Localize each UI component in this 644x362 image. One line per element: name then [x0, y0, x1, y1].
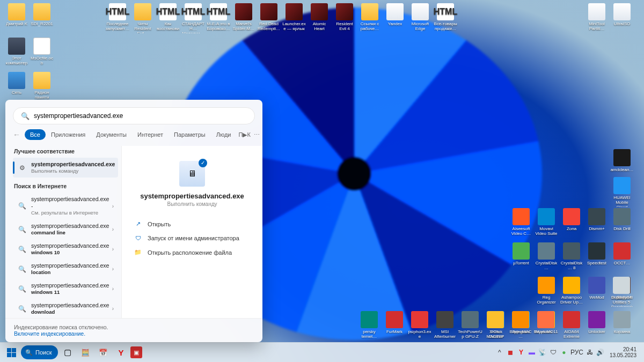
- desktop-icon[interactable]: UltraISO: [610, 3, 634, 26]
- pinned-app[interactable]: ▣: [130, 346, 142, 358]
- search-tab[interactable]: Приложения: [46, 129, 91, 140]
- desktop-icon[interactable]: TechPowerUp GPU-Z: [458, 311, 482, 339]
- web-result[interactable]: 🔍systempropertiesadvanced.exewindows 10›: [13, 239, 118, 259]
- desktop-icon[interactable]: psiphon3.exe: [407, 311, 432, 339]
- enable-indexing-link[interactable]: Включите индексирование.: [14, 330, 85, 337]
- network-icon[interactable]: 🖧: [585, 344, 595, 360]
- desktop-icon[interactable]: Disk Drill: [610, 208, 634, 231]
- tray-icon[interactable]: 📡: [538, 344, 547, 360]
- desktop-icon[interactable]: Ashampoo Driver Up…: [559, 277, 584, 305]
- search-box[interactable]: 🔍: [13, 107, 255, 124]
- language-indicator[interactable]: РУС: [570, 344, 584, 360]
- desktop-icon[interactable]: Microsoft Edge: [408, 3, 433, 31]
- start-button[interactable]: [3, 344, 19, 360]
- icon-label: Ссылки с рабоче…: [357, 21, 382, 31]
- chevron-right-icon: ›: [112, 306, 114, 312]
- desktop-icon[interactable]: Speedtest: [584, 242, 609, 265]
- desktop-icon[interactable]: Launcher.exe — ярлык: [282, 3, 306, 31]
- preview-action[interactable]: ↗Открыть: [131, 217, 253, 231]
- desktop-icon[interactable]: AIDA64 Extreme: [559, 311, 584, 339]
- desktop-icon[interactable]: HTMLM-E-A это в Боровско…: [206, 3, 231, 31]
- desktop-icon[interactable]: Этот компьютер: [4, 38, 29, 65]
- web-result[interactable]: 🔍systempropertiesadvanced.exelocation›: [13, 259, 118, 279]
- icon-label: psiphon3.exe: [407, 329, 432, 339]
- desktop-icon[interactable]: Dismm+: [584, 208, 609, 231]
- desktop-icon[interactable]: Unlocker: [584, 311, 609, 334]
- desktop-icon[interactable]: CrystalDisk…: [534, 242, 559, 270]
- desktop-icon[interactable]: HTMLВсе-товары продажи…: [433, 3, 458, 31]
- desktop-icon[interactable]: SDI_R2201: [30, 3, 54, 26]
- game-icon: [260, 3, 277, 20]
- desktop-icon[interactable]: µTorrent: [509, 242, 533, 265]
- web-result[interactable]: 🔍systempropertiesadvanced.exedownload›: [13, 299, 118, 318]
- desktop-icon[interactable]: MSI Afterburner: [433, 311, 457, 339]
- desktop-icon[interactable]: DiskInfo64: [609, 277, 634, 300]
- desktop-icon[interactable]: Дмитрий K: [4, 3, 29, 26]
- desktop-icon[interactable]: Marvel's Spider-M…: [231, 3, 256, 31]
- icon-label: MsOcfile.ocb: [30, 56, 54, 65]
- desktop-icon[interactable]: FurMark: [382, 311, 407, 334]
- volume-icon[interactable]: 🔊: [596, 344, 605, 360]
- app-icon: [613, 277, 630, 294]
- tray-icon[interactable]: ◼: [506, 344, 515, 360]
- desktop-icon[interactable]: Aiseesoft Video C…: [509, 208, 533, 236]
- icon-label: CrystalDisk…: [534, 261, 559, 270]
- search-tab[interactable]: Люди: [211, 129, 237, 140]
- more-icon[interactable]: ⋯: [254, 131, 260, 138]
- desktop-icon[interactable]: MiniTool Partiti…: [584, 3, 609, 31]
- desktop-icon[interactable]: persky ternet…: [357, 311, 382, 339]
- icon-label: Радион памяти: [30, 90, 54, 100]
- search-icon: 🔍: [17, 225, 27, 234]
- tray-icon[interactable]: 🛡: [548, 344, 558, 360]
- icon-label: amdclean…: [610, 167, 634, 172]
- search-tab[interactable]: Документы: [91, 129, 132, 140]
- search-tab[interactable]: Параметры: [169, 129, 211, 140]
- taskbar-search[interactable]: 🔍Поиск: [21, 345, 58, 359]
- search-tab[interactable]: Все: [25, 129, 46, 140]
- desktop-icon[interactable]: HTMLПоследнее запускает…: [105, 3, 130, 31]
- desktop-icon[interactable]: HTMLСТАНДАРТН… Мелодии…: [181, 3, 206, 33]
- tray-icon[interactable]: ●: [559, 344, 569, 360]
- desktop-icon[interactable]: HTMLКак восстанови…: [156, 3, 180, 33]
- web-result[interactable]: 🔍systempropertiesadvanced.execommand lin…: [13, 219, 118, 239]
- desktop-icon[interactable]: Atomic Heart: [307, 3, 332, 31]
- desktop-icon[interactable]: Yandex: [383, 3, 407, 26]
- search-tab-nav[interactable]: К: [247, 131, 250, 138]
- desktop-icon[interactable]: MsOcfile.ocb: [30, 38, 54, 65]
- desktop-icon[interactable]: Movavi Video Suite: [534, 208, 559, 236]
- result-best[interactable]: ⚙ systempropertiesadvanced.exe Выполнить…: [13, 158, 118, 178]
- desktop-icon[interactable]: WeMod: [584, 277, 609, 300]
- search-input[interactable]: [34, 112, 247, 120]
- pinned-app[interactable]: Y: [113, 344, 129, 360]
- desktop-icon[interactable]: HUAWEI Mobile Cloud: [610, 177, 634, 207]
- desktop-icon[interactable]: amdclean…: [610, 149, 634, 172]
- tray-icon[interactable]: Y: [516, 344, 526, 360]
- web-result[interactable]: 🔍systempropertiesadvanced.exewindows 11›: [13, 279, 118, 299]
- desktop-icon[interactable]: CrystalDisk… 8: [559, 242, 584, 270]
- desktop-icon[interactable]: Фото МАСТЕР: [483, 311, 508, 339]
- preview-action[interactable]: 📁Открыть расположение файла: [131, 245, 253, 260]
- pinned-app[interactable]: 📅: [95, 344, 111, 360]
- desktop-icon[interactable]: Ссылки с рабоче…: [357, 3, 382, 31]
- desktop-icon[interactable]: Читы Resident Evil…: [130, 3, 155, 33]
- preview-action[interactable]: 🛡Запуск от имени администратора: [131, 231, 253, 245]
- net-icon: [8, 72, 25, 89]
- search-tab[interactable]: Интернет: [132, 129, 169, 140]
- desktop-icon[interactable]: Resident Evil 4: [332, 3, 357, 31]
- desktop-icon[interactable]: Zona: [559, 208, 584, 231]
- desktop-icon[interactable]: ВидеоМО…: [533, 311, 558, 334]
- desktop-icon[interactable]: Red Dead Redempti…: [257, 3, 281, 31]
- desktop-icon[interactable]: ВидеоМАС…: [508, 311, 533, 339]
- desktop-icon[interactable]: Радион памяти: [30, 72, 54, 100]
- desktop-icon[interactable]: Корзина: [610, 311, 634, 334]
- pinned-app[interactable]: 🧮: [77, 344, 93, 360]
- task-view[interactable]: ▢: [60, 344, 76, 360]
- desktop-icon[interactable]: OCCT…: [610, 242, 634, 265]
- desktop-icon[interactable]: Reg Organizer: [534, 277, 559, 305]
- web-result[interactable]: 🔍systempropertiesadvanced.exe -См. резул…: [13, 193, 118, 219]
- tray-icon[interactable]: ▬: [527, 344, 537, 360]
- clock[interactable]: 20:41 13.05.2023: [606, 346, 640, 359]
- desktop-icon[interactable]: Сеть: [4, 72, 29, 95]
- back-icon[interactable]: ←: [13, 130, 20, 139]
- tray-chevron-icon[interactable]: ^: [495, 344, 504, 360]
